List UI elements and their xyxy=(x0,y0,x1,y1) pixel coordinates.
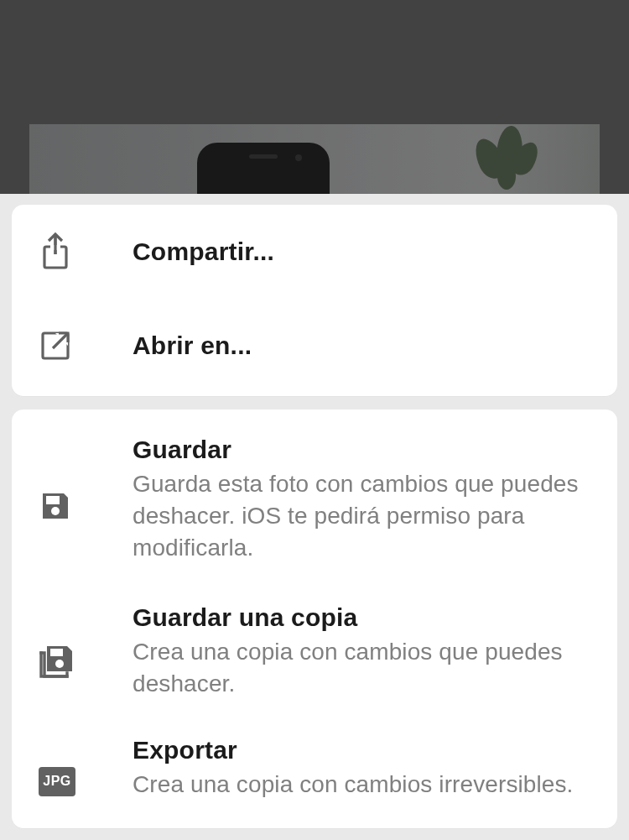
svg-rect-9 xyxy=(50,649,63,656)
jpg-badge-icon: JPG xyxy=(39,767,133,796)
background-dimmed xyxy=(0,0,629,194)
menu-item-label: Abrir en... xyxy=(133,331,590,361)
menu-item-title: Guardar una copia xyxy=(133,603,590,633)
menu-item-title: Guardar xyxy=(133,435,590,465)
jpg-badge-text: JPG xyxy=(39,767,75,796)
dim-overlay xyxy=(0,0,629,194)
menu-item-open-in[interactable]: Abrir en... xyxy=(12,299,617,393)
menu-item-save[interactable]: Guardar Guarda esta foto con cambios que… xyxy=(12,410,617,577)
menu-item-title: Exportar xyxy=(133,735,590,765)
action-sheet-group-2: Guardar Guarda esta foto con cambios que… xyxy=(12,410,617,828)
menu-item-subtitle: Guarda esta foto con cambios que puedes … xyxy=(133,468,590,563)
menu-item-subtitle: Crea una copia con cambios irreversibles… xyxy=(133,769,590,801)
action-sheet-group-1: Compartir... Abrir en... xyxy=(12,205,617,396)
svg-point-8 xyxy=(51,507,60,515)
share-icon xyxy=(39,232,133,271)
save-copy-icon xyxy=(39,643,133,680)
menu-item-save-copy[interactable]: Guardar una copia Crea una copia con cam… xyxy=(12,577,617,720)
svg-rect-7 xyxy=(46,496,60,504)
svg-point-10 xyxy=(55,660,64,668)
menu-item-label: Compartir... xyxy=(133,237,590,267)
open-in-icon xyxy=(39,329,133,363)
save-icon xyxy=(39,489,133,523)
menu-item-export[interactable]: JPG Exportar Crea una copia con cambios … xyxy=(12,720,617,827)
menu-item-subtitle: Crea una copia con cambios que puedes de… xyxy=(133,636,590,700)
menu-item-share[interactable]: Compartir... xyxy=(12,205,617,299)
